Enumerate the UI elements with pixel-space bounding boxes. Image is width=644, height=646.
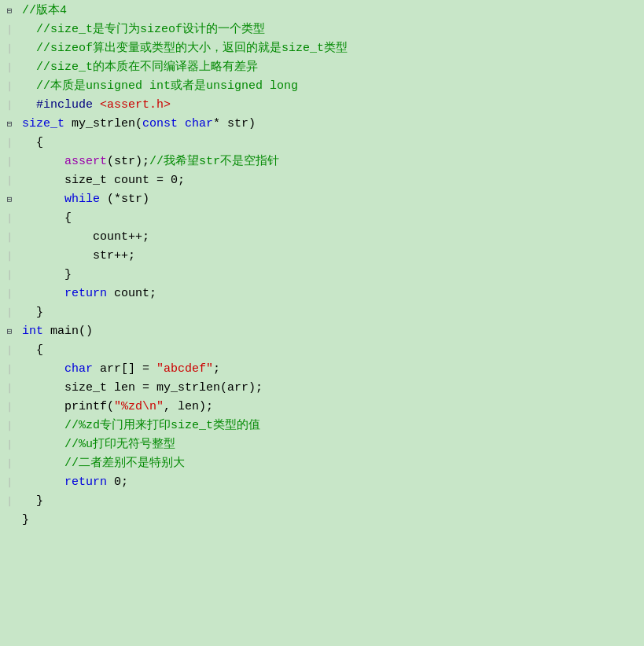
code-line: │ { [0, 209, 644, 228]
line-code: { [19, 341, 642, 360]
indent-bar: │ [7, 288, 13, 302]
indent-bar: │ [7, 457, 13, 472]
code-line: ⊟ while (*str) [0, 190, 644, 209]
code-token: main() [43, 325, 93, 338]
indent-bar: │ [7, 306, 13, 321]
code-line: │ { [0, 341, 644, 360]
code-token: } [22, 306, 43, 319]
code-token: return [64, 475, 107, 489]
code-token: { [22, 343, 43, 357]
code-line: │ } [0, 266, 644, 284]
line-gutter: ⊟ [2, 118, 19, 132]
line-gutter: │ [2, 61, 19, 75]
code-token [22, 475, 64, 489]
fold-icon[interactable]: ⊟ [7, 118, 13, 132]
code-token: size_t [22, 117, 64, 130]
line-code: printf("%zd\n", len); [19, 398, 642, 417]
code-token: //二者差别不是特别大 [22, 457, 185, 470]
line-gutter: │ [2, 42, 19, 57]
code-token [22, 362, 64, 376]
line-code: //size_t的本质在不同编译器上略有差异 [19, 58, 642, 77]
assert-keyword: assert [64, 155, 107, 168]
line-code: size_t len = my_strlen(arr); [19, 379, 642, 398]
line-code: assert(str);//我希望str不是空指针 [19, 152, 642, 171]
code-token: printf( [22, 400, 114, 413]
code-token: "abcdef" [156, 362, 213, 376]
code-line: │ return count; [0, 284, 644, 303]
code-token: char [185, 117, 213, 130]
code-token: #include [22, 98, 100, 112]
line-code: count++; [19, 228, 642, 247]
fold-icon[interactable]: ⊟ [7, 325, 13, 340]
line-gutter: │ [2, 476, 19, 490]
line-code: #include <assert.h> [19, 96, 642, 115]
line-code: } [19, 492, 642, 511]
code-token: ; [213, 362, 220, 376]
code-line: │ return 0; [0, 473, 644, 492]
line-code: //本质是unsigned int或者是unsigned long [19, 77, 642, 96]
code-token: "%zd\n" [114, 400, 164, 413]
code-token: str++; [22, 249, 135, 262]
code-token: } [22, 513, 29, 527]
indent-bar: │ [7, 212, 13, 226]
code-token: size_t count = 0; [22, 174, 185, 187]
code-token: int [22, 325, 43, 338]
code-editor: ⊟//版本4│ //size_t是专门为sizeof设计的一个类型│ //siz… [0, 0, 644, 646]
code-token: //size_t的本质在不同编译器上略有差异 [22, 61, 258, 74]
code-line: ⊟//版本4 [0, 2, 644, 20]
line-gutter: │ [2, 439, 19, 453]
indent-bar: │ [7, 174, 13, 189]
comment-text: //我希望str不是空指针 [149, 155, 279, 168]
line-code: while (*str) [19, 190, 642, 209]
line-gutter: │ [2, 269, 19, 283]
code-token: return [64, 287, 107, 300]
fold-icon[interactable]: ⊟ [7, 193, 13, 207]
code-token [178, 117, 185, 130]
code-line: │ #include <assert.h> [0, 96, 644, 115]
line-gutter: │ [2, 212, 19, 226]
code-token: //%u打印无符号整型 [22, 438, 175, 451]
indent-bar: │ [7, 42, 13, 57]
fold-icon[interactable]: ⊟ [7, 5, 13, 19]
code-line: │ str++; [0, 247, 644, 266]
code-token: <assert.h> [100, 98, 171, 112]
line-code: int main() [19, 322, 642, 341]
line-gutter: │ [2, 174, 19, 189]
code-token: * str) [213, 117, 256, 130]
code-token: arr[] = [93, 362, 156, 376]
code-token: 0; [107, 475, 128, 489]
code-token: count++; [22, 230, 149, 244]
indent-bar: │ [7, 156, 13, 170]
line-gutter: │ [2, 306, 19, 321]
code-token: size_t len = my_strlen(arr); [22, 381, 263, 395]
line-gutter: │ [2, 137, 19, 151]
line-gutter: ⊟ [2, 5, 19, 19]
code-token: , len); [164, 400, 213, 413]
line-code: } [19, 303, 642, 322]
indent-bar: │ [7, 137, 13, 151]
indent-bar: │ [7, 24, 13, 38]
indent-bar: │ [7, 344, 13, 358]
code-line: │ //%u打印无符号整型 [0, 435, 644, 454]
code-line: │ { [0, 134, 644, 152]
code-token [22, 193, 64, 206]
code-token: { [22, 136, 43, 149]
code-line: ⊟int main() [0, 322, 644, 341]
line-gutter: │ [2, 382, 19, 396]
line-code: return count; [19, 284, 642, 303]
line-gutter: │ [2, 231, 19, 245]
code-line: │ //%zd专门用来打印size_t类型的值 [0, 417, 644, 435]
code-line: } [0, 511, 644, 530]
code-line: │ printf("%zd\n", len); [0, 398, 644, 417]
line-code: return 0; [19, 473, 642, 492]
line-code: //二者差别不是特别大 [19, 454, 642, 473]
indent-bar: │ [7, 269, 13, 283]
code-token: my_strlen( [64, 117, 142, 130]
code-token: while [64, 193, 100, 206]
code-line: │ } [0, 303, 644, 322]
line-code: size_t count = 0; [19, 171, 642, 190]
indent-bar: │ [7, 420, 13, 434]
line-code: char arr[] = "abcdef"; [19, 360, 642, 379]
line-code: //%u打印无符号整型 [19, 435, 642, 454]
indent-bar: │ [7, 250, 13, 264]
